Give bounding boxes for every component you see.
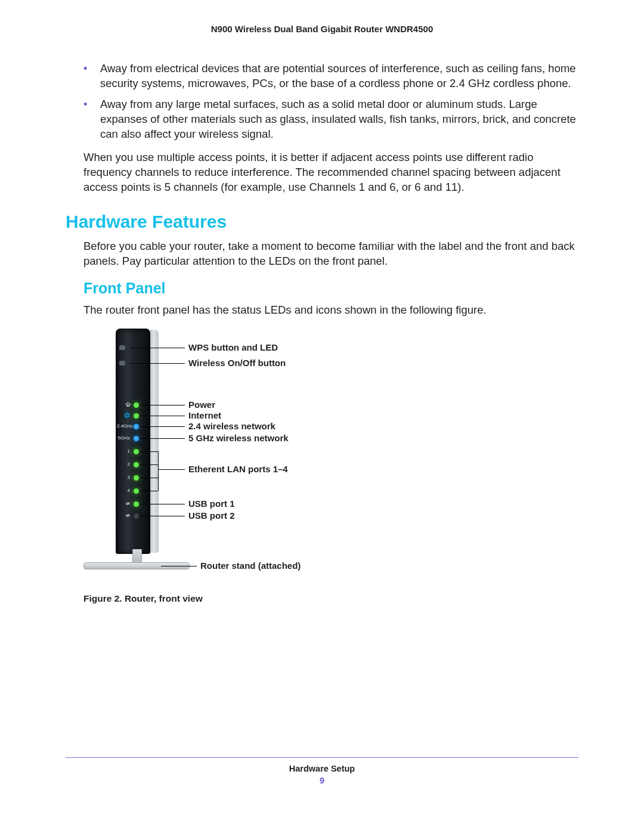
wifi-24ghz-led — [134, 424, 139, 429]
callout-5ghz: 5 GHz wireless network — [188, 433, 289, 444]
leader-line — [140, 504, 185, 504]
leader-line — [161, 566, 197, 566]
footer-page-number: 9 — [66, 776, 578, 785]
wps-button-icon — [119, 345, 125, 350]
lan3-led — [134, 475, 139, 481]
callout-24ghz: 2.4 wireless network — [188, 422, 275, 432]
manual-page: N900 Wireless Dual Band Gigabit Router W… — [0, 0, 644, 833]
lan1-label: 1 — [117, 449, 130, 454]
footer-chapter-title: Hardware Setup — [66, 764, 578, 773]
body-paragraph: When you use multiple access points, it … — [66, 150, 578, 195]
power-led — [134, 402, 139, 408]
placement-bullet-list: Away from electrical devices that are po… — [66, 61, 578, 142]
wifi-5ghz-led — [134, 436, 139, 441]
lan2-label: 2 — [117, 462, 130, 467]
wireless-toggle-button-icon — [119, 361, 125, 366]
page-footer: Hardware Setup 9 — [66, 757, 578, 785]
lan1-led — [134, 449, 139, 454]
body-paragraph: The router front panel has the status LE… — [66, 303, 578, 318]
band-24-label: 2.4GHz — [117, 424, 130, 429]
callout-lan-ports: Etherent LAN ports 1–4 — [188, 465, 288, 475]
figure-router-front-view: ⏻ 🌐 2.4GHz 5GHz 1 2 3 4 ⇄ ⇄ WPS button a… — [83, 329, 578, 590]
callout-power: Power — [188, 400, 215, 410]
lan3-label: 3 — [117, 475, 130, 480]
band-5-label: 5GHz — [117, 436, 130, 441]
lan2-led — [134, 462, 139, 467]
section-heading-hardware-features: Hardware Features — [66, 212, 578, 232]
lan4-label: 4 — [117, 488, 130, 493]
list-item: Away from electrical devices that are po… — [83, 61, 578, 91]
internet-led — [134, 413, 139, 419]
leader-line — [140, 405, 185, 405]
leader-line — [140, 491, 158, 491]
subsection-heading-front-panel: Front Panel — [66, 280, 578, 297]
usb1-icon: ⇄ — [117, 501, 130, 506]
leader-line — [140, 451, 158, 452]
leader-line — [140, 478, 158, 478]
leader-line — [140, 465, 158, 465]
leader-line — [158, 451, 159, 491]
usb2-led — [134, 513, 139, 519]
internet-icon: 🌐 — [117, 413, 130, 418]
callout-wps: WPS button and LED — [188, 343, 278, 353]
leader-line — [130, 348, 185, 348]
callout-usb2: USB port 2 — [188, 511, 235, 521]
list-item: Away from any large metal surfaces, such… — [83, 97, 578, 142]
power-icon: ⏻ — [117, 402, 130, 407]
leader-line — [140, 416, 185, 416]
leader-line — [130, 363, 185, 364]
lan4-led — [134, 488, 139, 494]
callout-wireless-button: Wireless On/Off button — [188, 358, 286, 368]
usb2-icon: ⇄ — [117, 513, 130, 518]
leader-line — [158, 469, 185, 470]
callout-usb1: USB port 1 — [188, 499, 235, 509]
callout-router-stand: Router stand (attached) — [200, 561, 301, 571]
leader-line — [140, 426, 185, 427]
leader-line — [140, 516, 185, 516]
document-header-title: N900 Wireless Dual Band Gigabit Router W… — [66, 24, 578, 34]
body-paragraph: Before you cable your router, take a mom… — [66, 239, 578, 269]
usb1-led — [134, 501, 139, 507]
leader-line — [140, 438, 185, 439]
figure-caption: Figure 2. Router, front view — [83, 593, 578, 604]
callout-internet: Internet — [188, 411, 221, 421]
